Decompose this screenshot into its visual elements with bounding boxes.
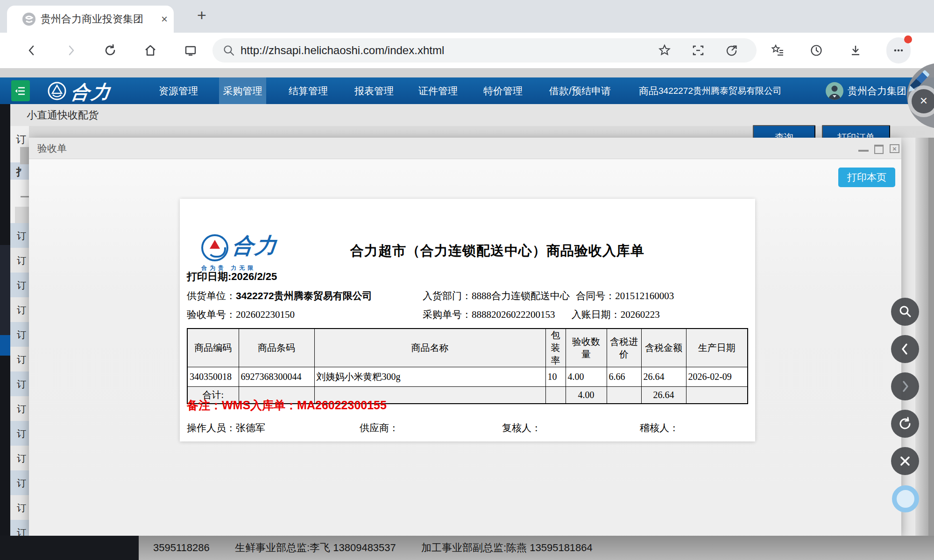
supplier-label: 供货单位： (187, 290, 236, 301)
site-favicon (22, 12, 36, 26)
url-bar[interactable]: http://zhsapi.helichaoshi.com/index.xhtm… (212, 38, 757, 63)
nav-item-resources[interactable]: 资源管理 (158, 77, 198, 104)
reload-icon[interactable] (104, 44, 117, 57)
forward-icon[interactable] (64, 44, 78, 57)
person-icon (826, 82, 843, 100)
po-label: 采购单号： (423, 309, 472, 320)
page-subheader: 小直通快收配货 (10, 104, 934, 126)
menu-dots-icon[interactable] (892, 44, 905, 57)
annotate-close-button[interactable]: × (912, 89, 934, 113)
url-text[interactable]: http://zhsapi.helichaoshi.com/index.xhtm… (241, 38, 444, 63)
cell-item-code: 340350018 (187, 367, 239, 387)
list-item[interactable]: 订 (10, 495, 29, 520)
history-clock-icon[interactable] (810, 44, 823, 57)
float-close-button[interactable] (891, 447, 919, 475)
browser-tab[interactable]: 贵州合力商业投资集团 × (7, 6, 174, 33)
list-item[interactable]: 订 (10, 446, 29, 470)
po-field: 采购单号：88882026022200153 入账日期：20260223 (423, 308, 660, 321)
minimize-button[interactable] (858, 150, 869, 152)
list-item[interactable]: 订 (10, 347, 29, 371)
supplier-overlay-text: 3422272贵州腾泰贸易有限公司 (658, 77, 782, 104)
account-name[interactable]: 贵州合力集团 (848, 77, 906, 104)
assistive-ball[interactable] (892, 485, 919, 512)
download-icon[interactable] (849, 44, 862, 57)
menu-collapse-button[interactable] (11, 80, 30, 101)
share-open-icon[interactable] (725, 44, 738, 57)
refresh-icon (898, 416, 913, 431)
list-item[interactable]: 订 (10, 421, 29, 446)
heli-logo-text: 合力 (69, 79, 114, 105)
sidebar-section (0, 245, 10, 335)
list-item[interactable]: 订 (10, 273, 29, 297)
scroll-thumb[interactable] (20, 147, 29, 164)
float-forward-button[interactable] (891, 372, 919, 400)
receipt-no-field: 验收单号：202602230150 (187, 308, 295, 321)
update-notification-dot (904, 35, 912, 43)
back-icon[interactable] (25, 44, 38, 57)
scan-capture-icon[interactable] (692, 44, 705, 57)
doc-title: 合力超市（合力连锁配送中心）商品验收入库单 (240, 242, 755, 260)
list-item[interactable]: 订 (10, 470, 29, 495)
bookmark-star-icon[interactable] (658, 44, 671, 57)
list-item[interactable]: 订 (10, 396, 29, 421)
browser-tab-strip: 贵州合力商业投资集团 × + (0, 0, 934, 33)
search-icon (223, 44, 235, 56)
po-value: 88882026022200153 (472, 309, 555, 320)
zoom-tool-button[interactable] (891, 298, 919, 326)
auditor-sign-label: 稽核人： (640, 421, 679, 434)
nav-item-purchase[interactable]: 采购管理 (219, 77, 266, 104)
modal-title: 验收单 (37, 138, 67, 159)
reviewer-sign-label: 复核人： (502, 421, 541, 434)
nav-item-reports[interactable]: 报表管理 (354, 77, 394, 104)
receipt-no-label: 验收单号： (187, 309, 236, 320)
contract-label: 合同号： (576, 290, 615, 301)
chevron-left-icon (898, 342, 912, 356)
user-avatar[interactable] (826, 82, 843, 100)
sidebar-selected-item[interactable] (0, 335, 10, 356)
total-amount: 26.64 (641, 387, 686, 404)
heli-doc-emblem (201, 234, 228, 261)
home-icon[interactable] (144, 44, 157, 57)
receipt-no-value: 202602230150 (236, 309, 295, 320)
nav-item-settlement[interactable]: 结算管理 (288, 77, 328, 104)
nav-item-certificates[interactable]: 证件管理 (418, 77, 458, 104)
new-tab-button[interactable]: + (192, 6, 211, 25)
supplier-value: 3422272贵州腾泰贸易有限公司 (236, 290, 372, 301)
cell-price: 6.66 (607, 367, 641, 387)
modal-close-button[interactable]: × (890, 144, 899, 153)
cell-item-name: 刘姨妈小米黄粑300g (314, 367, 545, 387)
nav-item-goods[interactable]: 商品 (638, 77, 659, 104)
browser-toolbar: http://zhsapi.helichaoshi.com/index.xhtm… (0, 33, 934, 68)
float-refresh-button[interactable] (891, 410, 919, 438)
nav-item-special-price[interactable]: 特价管理 (483, 77, 523, 104)
wms-remark: 备注：WMS入库单：MA26022300155 (187, 398, 387, 413)
heli-logo-emblem (47, 81, 67, 101)
bookmarks-list-icon[interactable] (771, 44, 784, 57)
monitor-icon[interactable] (184, 44, 197, 57)
supplier-sign-label: 供应商： (360, 421, 399, 434)
cell-prod-date: 2026-02-09 (686, 367, 748, 387)
page-subheader-title: 小直通快收配货 (27, 104, 99, 126)
list-item[interactable]: 订 (10, 322, 29, 347)
list-item[interactable]: 订 (10, 520, 29, 536)
cell-pack-rate: 10 (545, 367, 566, 387)
list-item[interactable]: 订 (10, 223, 29, 248)
modal-titlebar[interactable]: 验收单 × (29, 138, 901, 159)
dept-label: 入货部门： (423, 290, 472, 301)
items-table: 商品编码 商品条码 商品名称 包装率 验收数量 含税进价 含税金额 生产日期 3… (187, 328, 748, 404)
list-item[interactable]: 订 (10, 248, 29, 273)
maximize-button[interactable] (874, 145, 884, 154)
supplier-field: 供货单位：3422272贵州腾泰贸易有限公司 (187, 289, 372, 302)
float-back-button[interactable] (891, 335, 919, 363)
print-page-button[interactable]: 打印本页 (838, 168, 895, 187)
vertical-scrollbar[interactable] (915, 138, 928, 536)
page-footer: 3595118286 生鲜事业部总监:李飞 13809483537 加工事业部副… (0, 536, 934, 560)
col-header-item-code: 商品编码 (187, 329, 239, 367)
tab-close-icon[interactable]: × (157, 12, 171, 26)
list-item[interactable]: 订 (10, 297, 29, 322)
dept-value: 8888合力连锁配送中心 (472, 290, 570, 301)
footer-contact-fresh: 生鲜事业部总监:李飞 13809483537 (235, 536, 396, 560)
list-item[interactable]: 订 (10, 371, 29, 396)
nav-item-loan-presettle[interactable]: 借款/预结申请 (549, 77, 611, 104)
app-navbar: 合力 资源管理 采购管理 结算管理 报表管理 证件管理 特价管理 借款/预结申请… (0, 77, 934, 104)
